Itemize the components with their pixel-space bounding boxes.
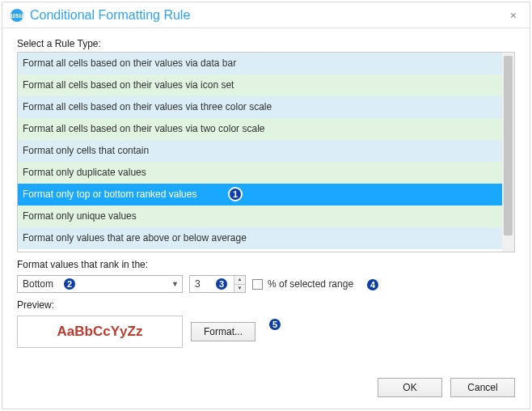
- percent-checkbox-wrap: % of selected range 4: [252, 278, 353, 290]
- rule-type-list[interactable]: Format all cells based on their values v…: [18, 53, 502, 252]
- rank-label: Format values that rank in the:: [17, 259, 515, 270]
- callout-2: 2: [62, 277, 77, 291]
- rule-type-item[interactable]: Format only top or bottom ranked values1: [18, 184, 502, 206]
- conditional-formatting-dialog: usu Conditional Formatting Rule × Select…: [2, 2, 530, 409]
- rule-type-label: Select a Rule Type:: [17, 38, 515, 49]
- cancel-button[interactable]: Cancel: [450, 378, 515, 397]
- percent-checkbox[interactable]: [252, 279, 263, 290]
- preview-sample-text: AaBbCcYyZz: [57, 324, 143, 340]
- rule-type-item[interactable]: Format only cells that contain: [18, 140, 502, 162]
- spinner-down-icon[interactable]: ▼: [234, 284, 245, 292]
- spinner-buttons: ▲ ▼: [234, 276, 245, 292]
- callout-1: 1: [228, 187, 243, 201]
- callout-5: 5: [268, 317, 282, 332]
- ok-button[interactable]: OK: [378, 378, 442, 397]
- rule-type-item[interactable]: Format all cells based on their values v…: [18, 118, 502, 140]
- close-icon[interactable]: ×: [505, 7, 521, 23]
- rule-type-item[interactable]: Format all cells based on their values v…: [18, 96, 502, 118]
- callout-4: 4: [365, 278, 380, 292]
- rank-config-row: Bottom ▼ 2 3 3 ▲ ▼ % of selected range 4: [17, 275, 515, 293]
- rank-count-spinner[interactable]: 3 3 ▲ ▼: [189, 275, 246, 293]
- rule-type-item[interactable]: Format only unique values: [18, 206, 502, 227]
- app-icon: usu: [11, 9, 23, 22]
- dialog-title: Conditional Formatting Rule: [30, 8, 505, 23]
- spinner-up-icon[interactable]: ▲: [234, 276, 245, 284]
- rank-direction-dropdown[interactable]: Bottom ▼ 2: [17, 275, 183, 293]
- dialog-content: Select a Rule Type: Format all cells bas…: [2, 28, 530, 370]
- percent-label: % of selected range: [268, 278, 353, 290]
- rule-type-list-container: Format all cells based on their values v…: [17, 52, 515, 252]
- rule-type-item[interactable]: Format all cells based on their values v…: [18, 53, 502, 74]
- rank-count-value: 3: [190, 278, 234, 290]
- format-preview: AaBbCcYyZz: [17, 316, 183, 348]
- rule-list-scrollbar[interactable]: [502, 53, 514, 252]
- rule-type-item[interactable]: Format all cells based on their values v…: [18, 74, 502, 96]
- rule-type-item[interactable]: Format only duplicate values: [18, 162, 502, 184]
- chevron-down-icon: ▼: [171, 280, 179, 288]
- scrollbar-thumb[interactable]: [504, 56, 513, 235]
- rank-direction-value: Bottom: [23, 278, 53, 290]
- format-button[interactable]: Format...: [191, 322, 255, 341]
- preview-label: Preview:: [17, 299, 515, 311]
- dialog-footer: OK Cancel: [2, 370, 530, 409]
- preview-row: AaBbCcYyZz Format... 5: [17, 316, 515, 348]
- rule-type-item[interactable]: Format only values that are above or bel…: [18, 227, 502, 249]
- titlebar: usu Conditional Formatting Rule ×: [2, 2, 530, 28]
